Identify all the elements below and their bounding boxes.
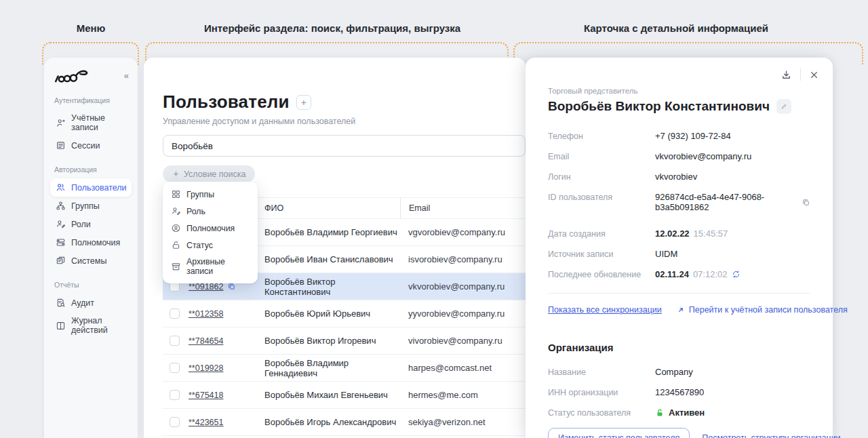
copy-icon[interactable]: [802, 198, 810, 207]
search-condition-menu-item[interactable]: Полномочия: [163, 220, 258, 237]
user-id-link[interactable]: **423651: [189, 418, 223, 427]
sidebar-section-label: Авторизация: [54, 165, 127, 174]
field-label: Название: [548, 367, 655, 377]
card-fields-org: НазваниеCompanyИНН организации1234567890…: [548, 367, 810, 418]
users-icon: [56, 182, 66, 193]
user-name-cell: Воробьёв Владимир Геннадиевич: [263, 358, 400, 378]
user-id-link[interactable]: **012358: [189, 309, 223, 319]
row-checkbox[interactable]: [170, 390, 180, 400]
download-icon[interactable]: [781, 69, 792, 81]
column-header-email: Email: [400, 198, 526, 218]
user-pen-icon: [56, 219, 66, 229]
table-row[interactable]: **675418Воробьёв Михаил Евгеньевичhermes…: [163, 382, 526, 409]
user-id-link[interactable]: **784654: [189, 336, 223, 346]
user-name-cell: Воробьёв Виктор Константинович: [263, 277, 400, 297]
row-checkbox[interactable]: [170, 417, 180, 427]
lock-green-icon: [655, 408, 665, 418]
refresh-icon[interactable]: [732, 270, 741, 279]
sidebar-item[interactable]: Сессии: [50, 136, 132, 155]
row-checkbox[interactable]: [170, 363, 180, 373]
table-row[interactable]: **019928Воробьёв Владимир Геннадиевичhar…: [163, 355, 526, 382]
arrow-up-right-icon: [677, 306, 685, 314]
user-role-label: Торговый представитель: [548, 87, 810, 95]
annotation-card-label: Карточка с детальной информацией: [584, 22, 768, 34]
card-field-row: ID пользователя926874cd-e5a4-4e47-9068-b…: [548, 192, 810, 212]
search-condition-menu-item[interactable]: Роль: [163, 203, 258, 220]
user-id-link[interactable]: **019928: [189, 363, 223, 373]
user-name-cell: Воробьёв Иван Станиславович: [263, 254, 400, 264]
table-row[interactable]: **784654Воробьёв Виктор Игоревичvivorobi…: [163, 327, 526, 355]
field-label: Статус пользователя: [548, 407, 655, 418]
user-email-cell: vkvorobiev@company.ru: [400, 281, 526, 292]
add-search-condition-button[interactable]: Условие поиска: [163, 165, 255, 182]
sidebar-item[interactable]: Пользователи: [50, 178, 132, 197]
sidebar-item-label: Роли: [71, 220, 91, 229]
menu-item-label: Роль: [186, 207, 205, 216]
field-value: +7 (932) 109-72-84: [655, 131, 731, 141]
user-name-cell: Воробьёв Игорь Александрович: [263, 417, 400, 427]
field-label: Дата создания: [548, 228, 655, 239]
card-field-row: Телефон+7 (932) 109-72-84: [548, 131, 810, 141]
change-status-button[interactable]: Изменить статус пользователя: [548, 428, 690, 438]
user-email-cell: vivorobiev@company.ru: [400, 336, 526, 346]
user-arrow-icon: [56, 118, 66, 128]
search-input[interactable]: [163, 135, 526, 157]
search-condition-menu-item[interactable]: Статус: [163, 237, 258, 254]
sidebar-item[interactable]: Системы: [50, 252, 132, 270]
field-label: Последнее обновление: [548, 269, 655, 279]
card-field-row: ИНН организации1234567890: [548, 387, 810, 397]
card-field-row: НазваниеCompany: [548, 367, 810, 377]
search-condition-menu-item[interactable]: Группы: [163, 186, 258, 203]
user-circle-icon: [171, 223, 181, 233]
sidebar-nav: АутентификацияУчётные записиСессииАвтори…: [50, 96, 132, 339]
sidebar-item[interactable]: Журнал действий: [50, 312, 132, 339]
sidebar-item-label: Аудит: [71, 298, 94, 308]
sidebar-item[interactable]: Роли: [50, 215, 132, 233]
user-email-cell: harpes@comcast.net: [400, 363, 526, 373]
sidebar-item[interactable]: Аудит: [50, 294, 132, 312]
sidebar-item-label: Учётные записи: [71, 113, 126, 132]
field-value: 12.02.2215:45:57: [655, 228, 728, 239]
view-org-structure-link[interactable]: Посмотреть структуру организации: [702, 433, 840, 438]
menu-item-label: Полномочия: [186, 224, 235, 233]
annotation-main-label: Интерфейс раздела: поиск, фильтрация, вы…: [204, 22, 460, 34]
field-value: Company: [655, 367, 693, 377]
add-user-button[interactable]: +: [296, 95, 311, 110]
plus-icon: [172, 170, 180, 178]
table-row[interactable]: **423651Воробьёв Игорь Александровичseki…: [163, 409, 526, 436]
users-panel: Пользователи + Управление доступом и дан…: [144, 58, 526, 438]
organization-section-title: Организация: [548, 342, 810, 353]
card-field-row: Emailvkvorobiev@company.ru: [548, 151, 810, 161]
user-name-cell: Воробьёв Юрий Юрьевич: [263, 308, 400, 319]
row-checkbox[interactable]: [170, 336, 180, 346]
field-value: Активен: [655, 407, 705, 418]
divider: [800, 68, 801, 81]
search-condition-menu-item[interactable]: Архивные записи: [163, 254, 258, 279]
field-value: 02.11.2407:12:02: [655, 269, 741, 279]
annotation-menu-label: Меню: [77, 22, 106, 34]
close-icon[interactable]: [809, 70, 819, 80]
show-all-syncs-link[interactable]: Показать все синхронизации: [548, 305, 662, 315]
table-row[interactable]: **012358Воробьёв Юрий Юрьевичyyvorobiev@…: [163, 300, 526, 327]
card-field-row: Логинvkvorobiev: [548, 172, 810, 182]
field-label: ID пользователя: [548, 192, 655, 202]
sidebar-item[interactable]: Группы: [50, 197, 132, 215]
user-email-cell: isvorobiev@company.ru: [400, 254, 526, 264]
field-label: Email: [548, 151, 655, 161]
badge-icon: [56, 237, 66, 247]
sidebar-section-label: Отчёты: [54, 281, 127, 289]
field-label: ИНН организации: [548, 387, 655, 397]
sidebar-item-label: Журнал действий: [71, 316, 126, 335]
row-checkbox[interactable]: [170, 308, 180, 319]
field-value: vkvorobiev: [655, 172, 697, 182]
sidebar-collapse-icon[interactable]: «: [124, 71, 129, 80]
field-value: vkvorobiev@company.ru: [655, 151, 751, 161]
sidebar-item[interactable]: Полномочия: [50, 233, 132, 252]
user-name-cell: Воробьёв Владимир Георгиевич: [263, 227, 400, 237]
field-label: Источник записи: [548, 249, 655, 259]
user-id-link[interactable]: **675418: [189, 391, 223, 400]
screenshot-root: Меню Интерфейс раздела: поиск, фильтраци…: [0, 0, 868, 438]
sidebar-item[interactable]: Учётные записи: [50, 109, 132, 136]
goto-account-link[interactable]: Перейти к учётной записи пользователя: [677, 305, 848, 315]
edit-name-icon[interactable]: [776, 99, 791, 114]
